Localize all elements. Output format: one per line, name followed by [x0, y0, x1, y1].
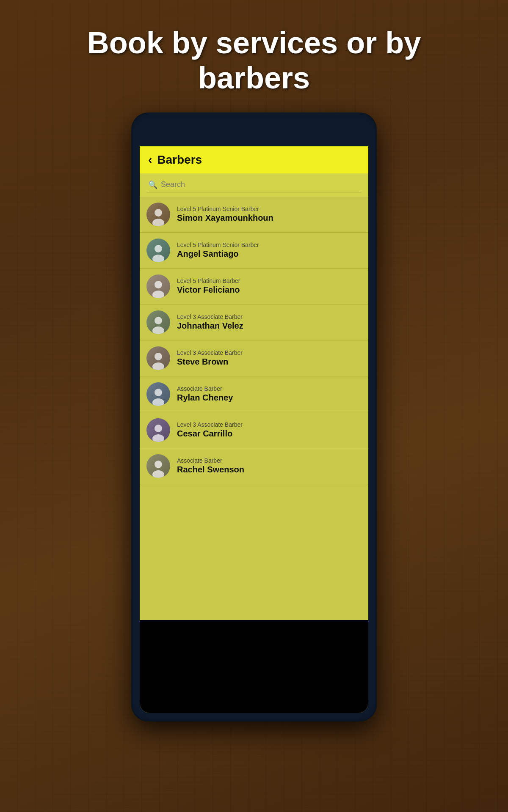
barber-level: Level 5 Platinum Senior Barber — [177, 241, 259, 248]
page-title: Book by services or by barbers — [53, 0, 455, 112]
nav-bar: ‹ Barbers — [140, 146, 368, 173]
barber-list-item[interactable]: Associate Barber Rylan Cheney — [140, 376, 368, 412]
tablet-frame: ‹ Barbers 🔍 Level 5 — [131, 112, 377, 721]
svg-point-6 — [155, 317, 162, 324]
barbers-list: Level 5 Platinum Senior Barber Simon Xay… — [140, 197, 368, 620]
barber-level: Level 3 Associate Barber — [177, 313, 243, 320]
barber-list-item[interactable]: Level 3 Associate Barber Cesar Carrillo — [140, 412, 368, 448]
top-spacer — [140, 121, 368, 146]
barber-level: Level 5 Platinum Barber — [177, 277, 240, 284]
barber-info: Associate Barber Rachel Swenson — [177, 457, 244, 475]
barber-level: Associate Barber — [177, 385, 233, 392]
svg-point-13 — [152, 434, 164, 442]
barber-avatar — [146, 418, 170, 442]
barber-list-item[interactable]: Associate Barber Rachel Swenson — [140, 448, 368, 484]
search-input[interactable] — [161, 180, 360, 189]
barber-list-item[interactable]: Level 5 Platinum Senior Barber Angel San… — [140, 233, 368, 269]
barber-list-item[interactable]: Level 3 Associate Barber Johnathan Velez — [140, 304, 368, 340]
svg-point-9 — [152, 362, 164, 370]
svg-point-5 — [152, 291, 164, 298]
barber-name: Rylan Cheney — [177, 393, 233, 403]
search-bar: 🔍 — [140, 173, 368, 197]
screen-title: Barbers — [157, 153, 202, 167]
barber-info: Level 5 Platinum Barber Victor Feliciano — [177, 277, 240, 295]
barber-avatar — [146, 454, 170, 478]
barber-name: Cesar Carrillo — [177, 429, 243, 439]
barber-avatar — [146, 382, 170, 406]
barber-list-item[interactable]: Level 5 Platinum Barber Victor Feliciano — [140, 269, 368, 304]
barber-name: Rachel Swenson — [177, 465, 244, 475]
barber-name: Johnathan Velez — [177, 321, 243, 331]
barber-info: Associate Barber Rylan Cheney — [177, 385, 233, 403]
svg-point-11 — [152, 398, 164, 406]
barber-level: Level 5 Platinum Senior Barber — [177, 206, 273, 212]
barber-avatar — [146, 274, 170, 298]
barber-info: Level 5 Platinum Senior Barber Simon Xay… — [177, 206, 273, 223]
barber-name: Angel Santiago — [177, 249, 259, 259]
search-container: 🔍 — [146, 178, 362, 192]
barber-name: Victor Feliciano — [177, 285, 240, 295]
svg-point-7 — [152, 326, 164, 334]
svg-point-10 — [155, 389, 162, 396]
barber-name: Simon Xayamounkhoun — [177, 213, 273, 223]
svg-point-12 — [155, 425, 162, 432]
svg-point-1 — [152, 219, 164, 226]
barber-level: Level 3 Associate Barber — [177, 349, 243, 356]
barber-list-item[interactable]: Level 3 Associate Barber Steve Brown — [140, 340, 368, 376]
barber-info: Level 3 Associate Barber Steve Brown — [177, 349, 243, 367]
barber-info: Level 3 Associate Barber Cesar Carrillo — [177, 421, 243, 439]
barber-level: Level 3 Associate Barber — [177, 421, 243, 428]
barber-avatar — [146, 203, 170, 226]
barber-avatar — [146, 346, 170, 370]
barber-level: Associate Barber — [177, 457, 244, 464]
app-screen: ‹ Barbers 🔍 Level 5 — [140, 146, 368, 713]
svg-point-2 — [155, 245, 162, 252]
barber-name: Steve Brown — [177, 357, 243, 367]
barber-info: Level 3 Associate Barber Johnathan Velez — [177, 313, 243, 331]
svg-point-14 — [155, 461, 162, 468]
svg-point-15 — [152, 470, 164, 478]
barber-avatar — [146, 239, 170, 262]
barber-avatar — [146, 310, 170, 334]
svg-point-8 — [155, 353, 162, 360]
bottom-section — [140, 620, 368, 713]
svg-point-0 — [155, 209, 162, 217]
svg-point-3 — [152, 255, 164, 262]
barber-list-item[interactable]: Level 5 Platinum Senior Barber Simon Xay… — [140, 197, 368, 233]
back-button[interactable]: ‹ — [148, 153, 152, 167]
barber-info: Level 5 Platinum Senior Barber Angel San… — [177, 241, 259, 259]
search-icon: 🔍 — [148, 180, 157, 189]
svg-point-4 — [155, 281, 162, 288]
